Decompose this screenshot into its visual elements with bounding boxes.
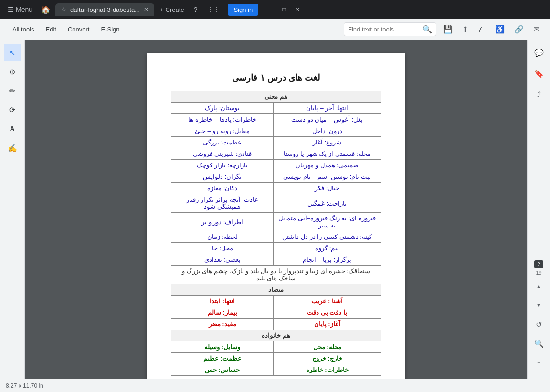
cell: بوستان: پارک [171, 103, 274, 114]
bookmark-panel-button[interactable]: 🔖 [530, 65, 548, 82]
cell: حساس: حس [171, 364, 274, 376]
zoom-out-button[interactable]: − [530, 354, 548, 371]
table-row: با دقت بی دقت بیمار: سالم [171, 307, 381, 319]
menu-label: Menu [16, 6, 32, 13]
link-button[interactable]: 🔗 [511, 22, 527, 37]
new-tab-button[interactable]: + Create [156, 4, 188, 15]
find-input[interactable] [348, 26, 420, 33]
cell: خاطرات: خاطره [274, 364, 381, 376]
table-row: فیروزه ای: به رنگ فیروزه–آبی متمایل به س… [171, 213, 381, 231]
table-row: خاطرات: خاطره حساس: حس [171, 364, 381, 376]
text-tool[interactable]: A [4, 120, 21, 137]
all-tools-button[interactable]: All tools [8, 23, 39, 36]
minimize-button[interactable]: — [264, 5, 275, 14]
table-row: صمیمی: همدل و مهربان بازارچه: بازار کوچک [171, 160, 381, 171]
cell: لحظه: زمان [171, 231, 274, 243]
cell: بازارچه: بازار کوچک [171, 160, 274, 171]
family-header: هم خانواده [171, 330, 381, 341]
pdf-page: لغت های درس ۱ فارسی هم معنی انتها: آخر –… [147, 53, 405, 379]
cell: محله: محل [274, 341, 381, 353]
table-row: آشنا : غریب انتها: ابتدا [171, 296, 381, 307]
tab-title: daftar-loghat-3-dabesta... [70, 6, 140, 13]
synonym-header: هم معنی [171, 91, 381, 103]
edit-button[interactable]: Edit [41, 23, 61, 36]
share-panel-button[interactable]: ⤴ [530, 86, 548, 103]
page-title: لغت های درس ۱ فارسی [171, 72, 381, 83]
zoom-in-button[interactable]: 🔍 [530, 335, 548, 352]
print-button[interactable]: 🖨 [475, 22, 488, 37]
page-down-button[interactable]: ▼ [530, 297, 548, 314]
refresh-button[interactable]: ↺ [530, 316, 548, 333]
table-row: بغل: آغوش – میان دو دست خاطرات: یادها – … [171, 114, 381, 125]
menu-button[interactable]: ☰ Menu [4, 4, 36, 15]
cell: خیال: فکر [274, 183, 381, 194]
table-row: کینه: دشمنی کسی را در دل داشتن لحظه: زما… [171, 231, 381, 243]
cell: آغاز: پایان [274, 319, 381, 330]
select-tool[interactable]: ↖ [4, 44, 21, 61]
cell: عادت: آنچه براثر تکرار رفتار همیشگی شود [171, 194, 274, 213]
close-button[interactable]: ✕ [292, 5, 303, 14]
right-sidebar: 💬 🔖 ⤴ 2 19 ▲ ▼ ↺ 🔍 − [527, 40, 550, 379]
pdf-viewer[interactable]: لغت های درس ۱ فارسی هم معنی انتها: آخر –… [25, 40, 527, 379]
comment-panel-button[interactable]: 💬 [530, 44, 548, 61]
cell: ناراحت: غمگین [274, 194, 381, 213]
cell: محله: قسمتی از یک شهر یا روستا [274, 148, 381, 160]
cell: محل: جا [171, 243, 274, 254]
table-row: خیال: فکر دکان: مغازه [171, 183, 381, 194]
cell: وسایل: وسیله [171, 341, 274, 353]
cell: بعضی: تعدادی [171, 254, 274, 266]
cell: شروع: آغاز [274, 137, 381, 148]
accessibility-button[interactable]: ♿ [492, 22, 508, 37]
save-button[interactable]: 💾 [440, 22, 455, 37]
create-label: Create [166, 6, 184, 13]
tab-area: ☆ daftar-loghat-3-dabesta... ✕ + Create [55, 3, 188, 16]
cell: خارج: خروج [274, 353, 381, 364]
apps-button[interactable]: ⋮⋮ [205, 4, 222, 15]
table-row: درون: داخل مقابل: روبه رو – جلئ [171, 125, 381, 137]
table-row: برگزار: بریا – انجام بعضی: تعدادی [171, 254, 381, 266]
highlight-tool[interactable]: ✏ [4, 82, 21, 99]
active-tab[interactable]: ☆ daftar-loghat-3-dabesta... ✕ [55, 3, 154, 16]
synonym-table: هم معنی انتها: آخر – پایان بوستان: پارک … [171, 91, 381, 376]
search-icon: 🔍 [423, 25, 432, 34]
antonym-header: متضاد [171, 284, 381, 296]
cell: مفید: مضر [171, 319, 274, 330]
star-icon: ☆ [61, 6, 66, 13]
sign-tool[interactable]: ✍ [4, 139, 21, 156]
cell: فیروزه ای: به رنگ فیروزه–آبی متمایل به س… [274, 213, 381, 231]
cell: انتها: ابتدا [171, 296, 274, 307]
mail-button[interactable]: ✉ [530, 22, 542, 37]
insert-tool[interactable]: ⊕ [4, 63, 21, 80]
cell: خاطرات: یادها – خاطره ها [171, 114, 274, 125]
help-button[interactable]: ? [192, 4, 200, 15]
cell: مقابل: روبه رو – جلئ [171, 125, 274, 137]
title-bar-left: ☰ Menu 🏠 ☆ daftar-loghat-3-dabesta... ✕ … [4, 3, 188, 16]
cell: بغل: آغوش – میان دو دست [274, 114, 381, 125]
convert-button[interactable]: Convert [63, 23, 95, 36]
table-row: محله: قسمتی از یک شهر یا روستا قنادی: شی… [171, 148, 381, 160]
draw-tool[interactable]: ⟳ [4, 101, 21, 118]
window-controls: — □ ✕ [264, 5, 303, 14]
toolbar: All tools Edit Convert E-Sign 🔍 💾 ⬆ 🖨 ♿ … [0, 19, 550, 40]
table-row: انتها: آخر – پایان بوستان: پارک [171, 103, 381, 114]
left-sidebar: ↖ ⊕ ✏ ⟳ A ✍ [0, 40, 25, 379]
table-row: محله: محل وسایل: وسیله [171, 341, 381, 353]
esign-button[interactable]: E-Sign [96, 23, 124, 36]
title-bar: ☰ Menu 🏠 ☆ daftar-loghat-3-dabesta... ✕ … [0, 0, 550, 19]
sign-in-button[interactable]: Sign in [228, 4, 258, 16]
cell: کینه: دشمنی کسی را در دل داشتن [274, 231, 381, 243]
cell: انتها: آخر – پایان [274, 103, 381, 114]
document-size: 8.27 x 11.70 in [6, 382, 43, 389]
cell: آشنا : غریب [274, 296, 381, 307]
upload-button[interactable]: ⬆ [459, 22, 471, 37]
page-up-button[interactable]: ▲ [530, 278, 548, 295]
table-row-full: سنجاقک: حشره ای زیبا و تندپرواز با دو با… [171, 266, 381, 284]
maximize-button[interactable]: □ [279, 5, 288, 14]
tab-close-button[interactable]: ✕ [144, 6, 148, 13]
status-bar: 8.27 x 11.70 in [0, 379, 550, 392]
home-button[interactable]: 🏠 [39, 3, 53, 16]
table-row: آغاز: پایان مفید: مضر [171, 319, 381, 330]
cell: برگزار: بریا – انجام [274, 254, 381, 266]
cell: عظمت: عظیم [171, 353, 274, 364]
cell: صمیمی: همدل و مهربان [274, 160, 381, 171]
